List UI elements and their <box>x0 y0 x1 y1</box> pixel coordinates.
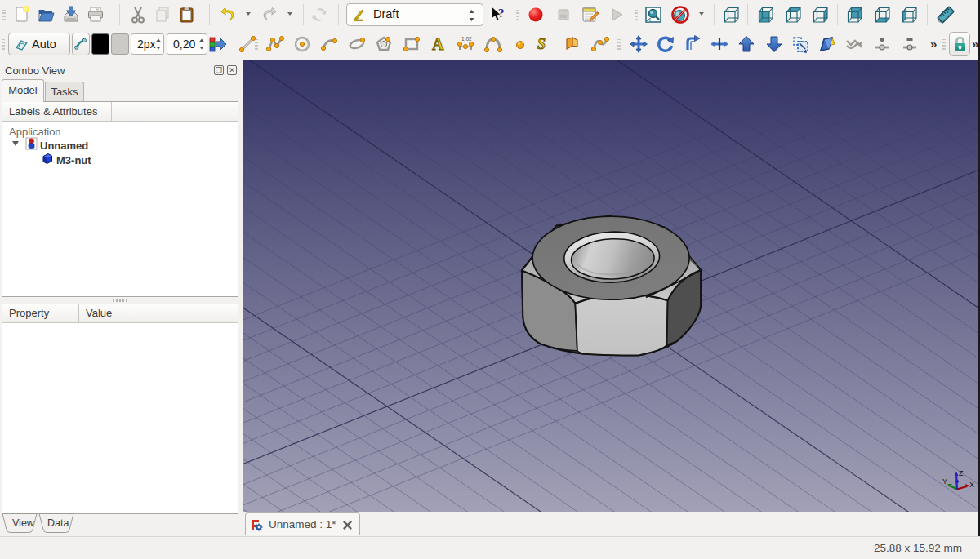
svg-text:S: S <box>537 36 546 52</box>
svg-text:View: View <box>12 517 35 529</box>
svg-text:Y: Y <box>942 477 947 486</box>
svg-text:A: A <box>432 35 444 53</box>
svg-text:?: ? <box>498 7 505 20</box>
svg-text:Z: Z <box>959 469 964 477</box>
svg-text:X: X <box>969 481 974 489</box>
svg-text:Data: Data <box>47 517 69 529</box>
svg-text:1.02: 1.02 <box>461 36 472 42</box>
svg-text:»: » <box>930 37 937 51</box>
